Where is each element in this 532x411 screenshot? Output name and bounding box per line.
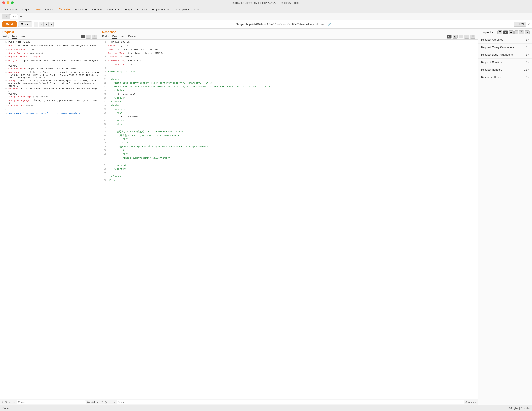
- http-version-badge[interactable]: HTTP/1: [514, 22, 526, 27]
- request-footer-back-icon[interactable]: ←: [9, 401, 11, 404]
- line-content: <input type="submit" value="登陆">: [108, 156, 171, 160]
- new-tab-button[interactable]: +: [19, 14, 24, 19]
- menu-dashboard[interactable]: Dashboard: [2, 7, 19, 12]
- line-content: <center>: [108, 108, 125, 111]
- line-number: 15: [1, 112, 7, 116]
- response-tab-raw[interactable]: Raw: [112, 35, 117, 39]
- inspector-row-2[interactable]: Request Body Parameters2›: [478, 51, 532, 59]
- response-line-1: 1HTTP/1.1 200 OK: [100, 40, 478, 44]
- nav-back-button[interactable]: ‹: [34, 22, 38, 27]
- statusbar-left: Done: [2, 407, 9, 410]
- request-footer-help-icon[interactable]: ?: [2, 401, 3, 404]
- inspector-tool-list[interactable]: ☰: [497, 30, 502, 34]
- menu-proxy[interactable]: Proxy: [32, 7, 43, 12]
- inspector-row-0[interactable]: Request Attributes2›: [478, 36, 532, 44]
- line-content: Content-Type: application/x-www-form-url…: [8, 67, 76, 71]
- request-footer-settings-icon[interactable]: ⚙: [5, 401, 7, 404]
- inspector-tool-grid[interactable]: ⊞: [503, 30, 508, 34]
- help-icon[interactable]: ?: [528, 22, 530, 26]
- menu-project-options[interactable]: Project options: [150, 7, 172, 12]
- response-line-2: 2Server: nginx/1.21.1: [100, 44, 478, 48]
- line-number: 9: [1, 79, 7, 87]
- response-footer-help-icon[interactable]: ?: [101, 401, 103, 404]
- response-line-30: 30 <br>: [100, 149, 478, 153]
- response-footer-forward-icon[interactable]: →: [113, 401, 115, 404]
- request-tools: ≡ ↵ ☰: [81, 35, 97, 39]
- link-icon[interactable]: 🔗: [328, 23, 331, 26]
- request-tool-menu[interactable]: ☰: [92, 35, 97, 39]
- line-number: 34: [101, 164, 106, 167]
- inspector-tool-sort[interactable]: ≐: [509, 30, 513, 34]
- request-tab-hex[interactable]: Hex: [20, 35, 25, 39]
- maximize-window-button[interactable]: [11, 1, 13, 4]
- line-number: 7: [101, 63, 106, 67]
- response-tab-hex[interactable]: Hex: [120, 35, 125, 39]
- menu-comparer[interactable]: Comparer: [105, 7, 121, 12]
- inspector-row-3[interactable]: Request Cookies0›: [478, 59, 532, 66]
- repeater-tab-2[interactable]: 2 ×: [10, 14, 18, 19]
- inspector-pane: Inspector ☰ ⊞ ≐ ⁝ ⚙ ✕ Request Attributes…: [478, 29, 532, 405]
- cancel-button[interactable]: Cancel: [18, 21, 32, 27]
- line-content: <head>: [108, 78, 120, 82]
- request-tab-raw[interactable]: Raw: [12, 35, 17, 39]
- line-number: 32: [101, 156, 106, 160]
- response-line-8: 8: [100, 67, 478, 70]
- response-line-33: 33: [100, 160, 478, 164]
- inspector-row-4[interactable]: Request Headers12›: [478, 66, 532, 73]
- response-tool-doc[interactable]: ≡: [459, 35, 463, 38]
- response-view-tabs: Pretty Raw Hex Render: [102, 35, 136, 39]
- request-line-13: 13Connection: close: [0, 104, 100, 108]
- tab-overflow-button[interactable]: ⋮: [523, 14, 530, 19]
- menu-repeater[interactable]: Repeater: [57, 7, 72, 12]
- close-window-button[interactable]: [2, 1, 5, 4]
- menu-extender[interactable]: Extender: [135, 7, 150, 12]
- request-footer-forward-icon[interactable]: →: [13, 401, 16, 404]
- response-line-16: 16 </title>: [100, 97, 478, 100]
- request-tab-pretty[interactable]: Pretty: [2, 35, 9, 39]
- request-code-area[interactable]: 1POST / HTTP/1.12Host: cb43462f-b9f6-437…: [0, 40, 100, 399]
- inspector-tool-settings[interactable]: ⚙: [519, 30, 524, 34]
- repeater-tab-1[interactable]: 1 ×: [2, 14, 10, 19]
- response-matches-label: 0 matches: [466, 401, 476, 403]
- response-tab-pretty[interactable]: Pretty: [102, 35, 109, 39]
- response-code-area[interactable]: 1HTTP/1.1 200 OK2Server: nginx/1.21.13Da…: [100, 40, 478, 399]
- request-tool-wrap[interactable]: ↵: [86, 35, 91, 39]
- nav-dropdown-button[interactable]: ▾: [39, 22, 44, 27]
- inspector-row-5[interactable]: Response Headers6›: [478, 73, 532, 81]
- line-content: <br>: [108, 149, 128, 153]
- inspector-close-button[interactable]: ✕: [525, 30, 530, 34]
- line-number: 13: [101, 85, 106, 89]
- menu-user-options[interactable]: User options: [172, 7, 192, 12]
- line-number: 14: [1, 108, 7, 112]
- response-tool-wrap[interactable]: ↵: [464, 35, 469, 39]
- request-search-input[interactable]: [17, 400, 86, 404]
- inspector-row-count: 0: [526, 46, 527, 49]
- tab-1-close[interactable]: ×: [6, 16, 8, 18]
- nav-forward-button[interactable]: ›: [44, 22, 49, 27]
- menu-decoder[interactable]: Decoder: [90, 7, 104, 12]
- tab-2-close[interactable]: ×: [15, 16, 16, 18]
- response-tab-render[interactable]: Render: [128, 35, 136, 39]
- nav-forward2-button[interactable]: ›: [49, 22, 54, 27]
- inspector-row-1[interactable]: Request Query Parameters0›: [478, 44, 532, 51]
- request-tool-doc[interactable]: ≡: [81, 35, 85, 38]
- response-line-10: 10: [100, 74, 478, 78]
- send-button[interactable]: Send: [2, 21, 17, 27]
- response-footer-settings-icon[interactable]: ⚙: [104, 401, 107, 404]
- line-number: 8: [101, 67, 106, 70]
- line-content: Referer: http://cb43462f-b9f6-437e-a2da-…: [8, 87, 99, 95]
- response-tool-menu[interactable]: ☰: [470, 35, 475, 39]
- menu-sequencer[interactable]: Sequencer: [73, 7, 90, 12]
- menu-learn[interactable]: Learn: [192, 7, 203, 12]
- minimize-window-button[interactable]: [7, 1, 9, 4]
- response-tool-split-v[interactable]: ⊞: [453, 35, 458, 39]
- menu-intruder[interactable]: Intruder: [43, 7, 57, 12]
- response-line-18: 18 <body>: [100, 104, 478, 108]
- response-footer-back-icon[interactable]: ←: [108, 401, 111, 404]
- response-line-32: 32 <input type="submit" value="登陆">: [100, 156, 478, 160]
- response-search-input[interactable]: [117, 400, 464, 404]
- menu-logger[interactable]: Logger: [122, 7, 134, 12]
- menu-target[interactable]: Target: [19, 7, 31, 12]
- response-tool-split-h[interactable]: ⊟: [447, 35, 452, 39]
- inspector-tool-filter[interactable]: ⁝: [514, 30, 518, 34]
